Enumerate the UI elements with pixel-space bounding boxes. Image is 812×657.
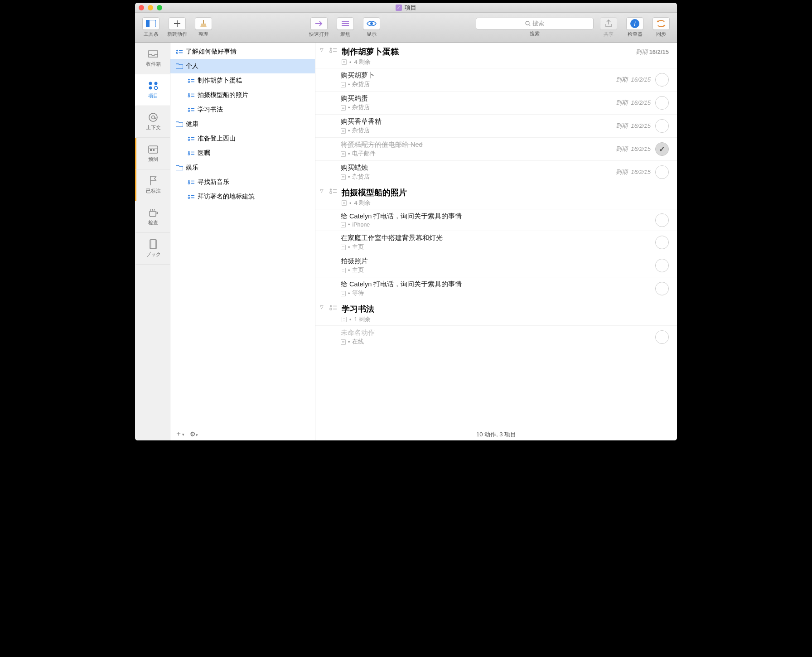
zoom-window-button[interactable] [157, 5, 162, 10]
outline-folder[interactable]: 娱乐 [170, 160, 315, 175]
task-checkbox[interactable] [655, 282, 669, 295]
tab-book[interactable]: ブック [135, 233, 170, 265]
search-input[interactable]: 搜索 [476, 18, 594, 29]
disclosure-triangle[interactable]: ▽ [320, 187, 325, 207]
task-row[interactable]: 购买香草香精•杂货店到期 16/2/15 [315, 114, 677, 137]
task-row[interactable]: 未命名动作•在线 [315, 325, 677, 348]
outline-project[interactable]: 拍摄模型船的照片 [170, 88, 315, 102]
tab-inbox[interactable]: 收件箱 [135, 43, 170, 74]
task-checkbox[interactable] [655, 142, 669, 156]
svg-point-3 [526, 21, 529, 25]
minimize-window-button[interactable] [148, 5, 153, 10]
task-row[interactable]: 拍摄照片•主页 [315, 254, 677, 277]
project-icon [329, 304, 338, 324]
project-header[interactable]: ▽拍摄模型船的照片•4 剩余 [315, 184, 677, 209]
svg-point-7 [155, 82, 158, 85]
project-icon [188, 193, 195, 200]
window-title: 项目 [405, 4, 416, 12]
outline-project[interactable]: 准备登上西山 [170, 131, 315, 146]
task-row[interactable]: 购买胡萝卜•杂货店到期 16/2/15 [315, 68, 677, 91]
project-icon [188, 77, 195, 84]
outline-folder[interactable]: 健康 [170, 117, 315, 131]
outline-label: 医嘱 [198, 149, 210, 157]
project-meta: •4 剩余 [342, 199, 669, 207]
outline-folder[interactable]: 个人 [170, 59, 315, 73]
project-header[interactable]: ▽制作胡萝卜蛋糕•4 剩余到期 16/2/15 [315, 43, 677, 68]
svg-point-24 [188, 110, 190, 112]
projects-icon [147, 81, 159, 91]
note-icon [342, 317, 347, 322]
tab-projects[interactable]: 项目 [135, 74, 170, 106]
task-due: 到期 16/2/15 [616, 145, 651, 153]
svg-point-18 [176, 52, 178, 54]
disclosure-triangle[interactable]: ▽ [320, 304, 325, 324]
project-icon [188, 135, 195, 142]
toolbar-button-sync[interactable]: 同步 [650, 17, 672, 38]
project-meta: •1 剩余 [342, 315, 669, 324]
task-row[interactable]: 将蛋糕配方的值电邮给 Ned•电子邮件到期 16/2/15 [315, 137, 677, 160]
toolbar-button-quick-open[interactable]: 快速打开 [308, 17, 330, 38]
toolbar-button-new-action[interactable]: 新建动作 [166, 17, 188, 38]
outline-project[interactable]: 拜访著名的地标建筑 [170, 189, 315, 204]
folder-icon [176, 121, 183, 127]
outline-label: 个人 [186, 62, 198, 70]
task-title: 将蛋糕配方的值电邮给 Ned [341, 140, 611, 149]
tab-contexts[interactable]: 上下文 [135, 106, 170, 138]
task-checkbox[interactable] [655, 236, 669, 249]
disclosure-triangle[interactable]: ▽ [320, 46, 325, 66]
task-row[interactable]: 购买蜡烛•杂货店到期 16/2/15 [315, 160, 677, 184]
note-icon [342, 200, 347, 206]
task-checkbox[interactable] [655, 119, 669, 133]
project-icon [188, 106, 195, 113]
task-row[interactable]: 在家庭工作室中搭建背景幕和灯光•主页 [315, 231, 677, 254]
list-icon [337, 17, 354, 30]
note-icon [341, 339, 346, 345]
toolbar-button-focus[interactable]: 聚焦 [334, 17, 357, 38]
task-row[interactable]: 购买鸡蛋•杂货店到期 16/2/15 [315, 91, 677, 114]
note-icon [341, 245, 346, 250]
tab-review[interactable]: 检查 [135, 201, 170, 233]
toolbar-button-share[interactable]: 共享 [597, 17, 620, 38]
project-icon [188, 150, 195, 156]
gear-button[interactable]: ⚙▾ [190, 430, 198, 438]
tab-forecast[interactable]: 预测 [135, 138, 170, 169]
titlebar[interactable]: ✓ 项目 [135, 3, 677, 13]
svg-rect-1 [146, 20, 150, 27]
task-meta: •iPhone [341, 222, 651, 228]
toolbar-button-sidebar[interactable]: 工具条 [140, 17, 162, 38]
outline-project[interactable]: 制作胡萝卜蛋糕 [170, 73, 315, 88]
task-checkbox[interactable] [655, 96, 669, 110]
toolbar-button-view[interactable]: 显示 [360, 17, 383, 38]
toolbar-button-cleanup[interactable]: 整理 [192, 17, 215, 38]
close-window-button[interactable] [139, 5, 144, 10]
svg-point-22 [188, 96, 190, 97]
outline-footer: ＋▾ ⚙▾ [170, 427, 315, 440]
task-meta: •主页 [341, 266, 651, 274]
outline-label: 学习书法 [198, 106, 223, 114]
outline-project[interactable]: 寻找新音乐 [170, 175, 315, 189]
task-checkbox[interactable] [655, 165, 669, 179]
tab-flagged[interactable]: 已标注 [135, 169, 170, 201]
outline-project[interactable]: 医嘱 [170, 146, 315, 160]
task-due: 到期 16/2/15 [616, 99, 651, 107]
perspective-tabs: 收件箱 项目 上下文 预测 已标注 检查 ブック [135, 43, 170, 440]
toolbar-button-inspector[interactable]: i 检查器 [624, 17, 646, 38]
task-checkbox[interactable] [655, 213, 669, 227]
arrow-icon [310, 17, 328, 30]
project-header[interactable]: ▽学习书法•1 剩余 [315, 300, 677, 325]
outline-label: 制作胡萝卜蛋糕 [198, 77, 242, 85]
outline-project[interactable]: 了解如何做好事情 [170, 44, 315, 59]
project-icon [188, 92, 195, 98]
note-icon [341, 105, 346, 111]
task-checkbox[interactable] [655, 73, 669, 87]
task-checkbox[interactable] [655, 330, 669, 344]
add-button[interactable]: ＋▾ [175, 429, 184, 439]
note-icon [341, 291, 346, 296]
task-row[interactable]: 给 Catelyn 打电话，询问关于索具的事情•iPhone [315, 209, 677, 231]
task-row[interactable]: 给 Catelyn 打电话，询问关于索具的事情•等待 [315, 277, 677, 300]
outline-project[interactable]: 学习书法 [170, 102, 315, 117]
task-checkbox[interactable] [655, 259, 669, 272]
svg-point-25 [188, 137, 190, 139]
svg-point-11 [152, 116, 155, 119]
project-outline: 了解如何做好事情个人制作胡萝卜蛋糕拍摄模型船的照片学习书法健康准备登上西山医嘱娱… [170, 43, 315, 440]
